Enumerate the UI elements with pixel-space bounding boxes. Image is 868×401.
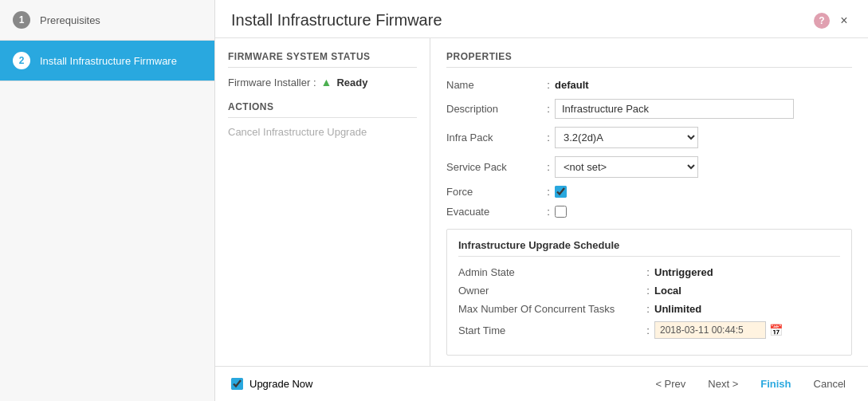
infra-pack-row: Infra Pack : 3.2(2d)A (446, 127, 852, 148)
dialog-body: Firmware System Status Firmware Installe… (215, 38, 868, 366)
help-button[interactable]: ? (814, 13, 830, 29)
right-panel: Properties Name : default Description : … (430, 38, 868, 366)
force-label: Force (446, 186, 542, 198)
firmware-status-title: Firmware System Status (228, 51, 417, 68)
left-panel: Firmware System Status Firmware Installe… (215, 38, 430, 366)
owner-row: Owner : Local (458, 285, 840, 297)
description-row: Description : (446, 99, 852, 119)
step-number-1: 1 (13, 11, 30, 29)
calendar-icon[interactable]: 📅 (769, 324, 783, 336)
service-pack-row: Service Pack : <not set> (446, 156, 852, 178)
schedule-section: Infrastructure Upgrade Schedule Admin St… (446, 229, 852, 356)
max-tasks-label: Max Number Of Concurrent Tasks (458, 303, 642, 315)
firmware-installer-label: Firmware Installer : (228, 77, 316, 88)
admin-state-value: Untriggered (654, 266, 713, 278)
next-button[interactable]: Next > (701, 375, 744, 393)
sidebar-item-label-prerequisites: Prerequisites (40, 14, 100, 26)
dialog-header: Install Infrastructure Firmware ? × (215, 0, 868, 38)
firmware-ready-icon: ▲ (321, 76, 332, 88)
evacuate-label: Evacuate (446, 206, 542, 218)
name-value: default (555, 79, 589, 91)
header-icons: ? × (814, 13, 852, 29)
sidebar: 1 Prerequisites 2 Install Infrastructure… (0, 0, 215, 401)
finish-button[interactable]: Finish (754, 375, 797, 393)
firmware-installer-status: Ready (336, 77, 367, 88)
footer-nav: < Prev Next > Finish Cancel (649, 375, 852, 393)
name-row: Name : default (446, 79, 852, 91)
infra-pack-select[interactable]: 3.2(2d)A (555, 127, 698, 148)
dialog: 1 Prerequisites 2 Install Infrastructure… (0, 0, 868, 401)
upgrade-now-checkbox[interactable] (231, 378, 243, 390)
admin-state-label: Admin State (458, 266, 642, 278)
max-tasks-value: Unlimited (654, 303, 701, 315)
description-input[interactable] (555, 99, 794, 119)
firmware-status-row: Firmware Installer : ▲ Ready (228, 76, 417, 88)
infra-pack-label: Infra Pack (446, 132, 542, 143)
start-time-label: Start Time (458, 324, 642, 336)
sidebar-item-install-firmware[interactable]: 2 Install Infrastructure Firmware (0, 41, 214, 81)
owner-label: Owner (458, 285, 642, 297)
name-label: Name (446, 79, 542, 91)
service-pack-label: Service Pack (446, 161, 542, 173)
properties-title: Properties (446, 51, 852, 68)
sidebar-item-label-install: Install Infrastructure Firmware (40, 55, 177, 67)
upgrade-now-label: Upgrade Now (249, 378, 313, 390)
prev-button[interactable]: < Prev (649, 375, 692, 393)
actions-section: Actions Cancel Infrastructure Upgrade (228, 101, 417, 138)
step-number-2: 2 (13, 52, 30, 69)
force-checkbox[interactable] (555, 186, 567, 198)
start-time-input[interactable] (654, 321, 766, 339)
dialog-title: Install Infrastructure Firmware (231, 11, 442, 29)
schedule-title: Infrastructure Upgrade Schedule (458, 239, 840, 257)
evacuate-row: Evacuate : (446, 206, 852, 218)
close-button[interactable]: × (836, 13, 852, 29)
force-row: Force : (446, 186, 852, 198)
evacuate-checkbox[interactable] (555, 206, 567, 218)
dialog-footer: Upgrade Now < Prev Next > Finish Cancel (215, 366, 868, 401)
description-label: Description (446, 103, 542, 115)
cancel-upgrade-link: Cancel Infrastructure Upgrade (228, 126, 367, 138)
upgrade-now-section: Upgrade Now (231, 378, 313, 390)
start-time-row: Start Time : 📅 (458, 321, 840, 339)
owner-value: Local (654, 285, 681, 297)
actions-title: Actions (228, 101, 417, 118)
sidebar-item-prerequisites[interactable]: 1 Prerequisites (0, 0, 214, 41)
main-content: Install Infrastructure Firmware ? × Firm… (215, 0, 868, 401)
cancel-button[interactable]: Cancel (807, 375, 852, 393)
max-tasks-row: Max Number Of Concurrent Tasks : Unlimit… (458, 303, 840, 315)
admin-state-row: Admin State : Untriggered (458, 266, 840, 278)
service-pack-select[interactable]: <not set> (555, 156, 698, 178)
